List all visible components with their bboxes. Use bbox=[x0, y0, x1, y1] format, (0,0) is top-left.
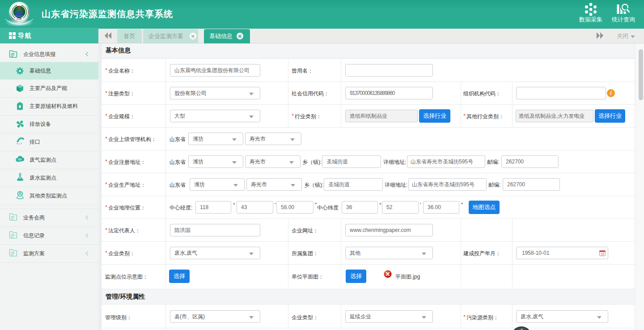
svg-text:15: 15 bbox=[601, 253, 604, 256]
svg-text:ZHB: ZHB bbox=[17, 18, 22, 20]
svg-text:co: co bbox=[18, 158, 21, 161]
